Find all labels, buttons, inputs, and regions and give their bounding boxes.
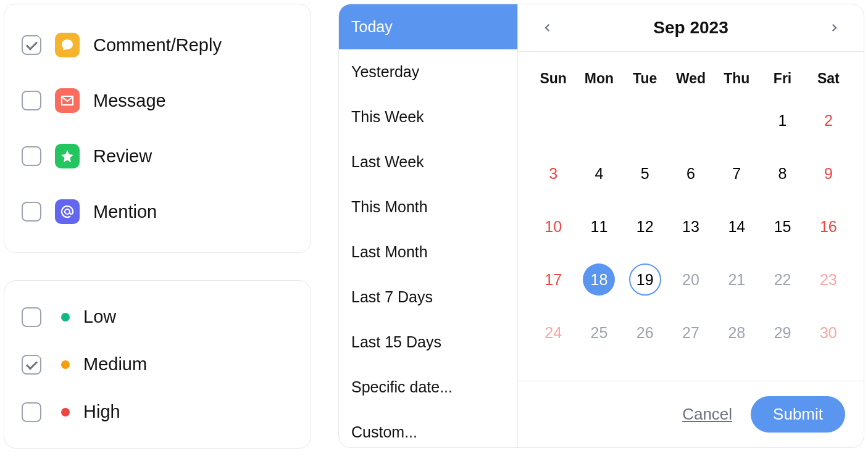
submit-button[interactable]: Submit	[751, 396, 845, 433]
calendar-day-cell[interactable]: 25	[576, 315, 622, 350]
filter-row-mention[interactable]: Mention	[22, 191, 293, 233]
date-preset-item[interactable]: Last 15 Days	[339, 320, 517, 365]
calendar-day-cell[interactable]: 10	[530, 209, 576, 244]
cancel-button[interactable]: Cancel	[682, 405, 732, 424]
calendar-day-cell[interactable]: 27	[668, 315, 714, 350]
filter-row-message[interactable]: Message	[22, 80, 293, 122]
calendar-day-cell	[714, 103, 759, 138]
calendar-day-cell	[576, 103, 622, 138]
calendar-day-cell[interactable]: 12	[622, 209, 668, 244]
date-preset-item[interactable]: Last Month	[339, 230, 517, 275]
calendar-day-cell[interactable]: 19	[622, 262, 668, 297]
filter-row-review[interactable]: Review	[22, 135, 293, 177]
calendar-day-cell[interactable]: 24	[530, 315, 576, 350]
calendar-dow-cell: Tue	[622, 70, 668, 87]
checkbox-message[interactable]	[22, 91, 41, 110]
date-preset-item[interactable]: Last Week	[339, 139, 517, 184]
calendar-day-cell[interactable]: 4	[576, 156, 622, 191]
calendar-dow-cell: Sat	[806, 70, 851, 87]
calendar-dow-cell: Thu	[714, 70, 759, 87]
calendar-day-cell[interactable]: 2	[806, 103, 851, 138]
calendar-day-cell[interactable]: 18	[576, 262, 622, 297]
filter-label-comment: Comment/Reply	[93, 35, 222, 56]
priority-row-medium[interactable]: Medium	[22, 348, 293, 381]
checkbox-comment[interactable]	[22, 35, 41, 55]
date-picker: TodayYesterdayThis WeekLast WeekThis Mon…	[338, 4, 864, 448]
date-preset-item[interactable]: This Week	[339, 94, 517, 139]
priority-dot-medium	[61, 360, 70, 369]
calendar-day-cell[interactable]: 29	[759, 315, 805, 350]
comment-icon	[55, 33, 80, 57]
priority-label-low: Low	[83, 307, 116, 327]
calendar-dow-cell: Wed	[668, 70, 714, 87]
calendar-day-cell[interactable]: 17	[530, 262, 576, 297]
calendar-panel: Sep 2023 SunMonTueWedThuFriSat 123456789…	[518, 4, 864, 447]
calendar-dow-cell: Fri	[759, 70, 805, 87]
date-preset-list: TodayYesterdayThis WeekLast WeekThis Mon…	[339, 4, 518, 447]
svg-point-0	[65, 209, 70, 214]
filter-label-mention: Mention	[93, 202, 157, 222]
checkbox-review[interactable]	[22, 146, 41, 166]
priority-row-high[interactable]: High	[22, 396, 293, 428]
calendar-day-cell[interactable]: 6	[668, 156, 714, 191]
filter-row-comment[interactable]: Comment/Reply	[22, 24, 293, 66]
priority-label-high: High	[83, 402, 120, 422]
calendar-day-cell[interactable]: 9	[806, 156, 851, 191]
prev-month-button[interactable]	[536, 17, 559, 39]
filter-label-review: Review	[93, 146, 152, 167]
calendar-dow-cell: Sun	[530, 70, 576, 87]
calendar-dow-row: SunMonTueWedThuFriSat	[530, 70, 851, 87]
calendar-day-cell[interactable]: 7	[714, 156, 759, 191]
calendar-day-cell[interactable]: 1	[759, 103, 805, 138]
calendar-day-cell[interactable]: 30	[806, 315, 851, 350]
calendar-day-cell[interactable]: 28	[714, 315, 759, 350]
calendar-day-cell	[530, 103, 576, 138]
calendar-day-cell[interactable]: 26	[622, 315, 668, 350]
calendar-actions: Cancel Submit	[518, 381, 864, 447]
calendar-day-cell[interactable]: 3	[530, 156, 576, 191]
calendar-day-cell[interactable]: 21	[714, 262, 759, 297]
calendar-day-cell[interactable]: 16	[806, 209, 851, 244]
priority-panel: Low Medium High	[4, 280, 311, 449]
calendar-header: Sep 2023	[518, 4, 864, 52]
calendar-day-cell[interactable]: 8	[759, 156, 805, 191]
date-preset-item[interactable]: This Month	[339, 184, 517, 230]
calendar-day-cell[interactable]: 13	[668, 209, 714, 244]
calendar-day-cell[interactable]: 11	[576, 209, 622, 244]
calendar-days-grid: 1234567891011121314151617181920212223242…	[530, 103, 851, 350]
checkbox-medium[interactable]	[22, 355, 41, 375]
priority-row-low[interactable]: Low	[22, 300, 293, 333]
date-preset-item[interactable]: Last 7 Days	[339, 275, 517, 320]
priority-dot-high	[61, 408, 70, 416]
next-month-button[interactable]	[823, 17, 845, 39]
envelope-icon	[55, 88, 80, 113]
calendar-day-cell[interactable]: 15	[759, 209, 805, 244]
calendar-day-cell[interactable]: 5	[622, 156, 668, 191]
checkbox-mention[interactable]	[22, 202, 41, 222]
calendar-day-cell	[668, 103, 714, 138]
at-icon	[55, 199, 80, 224]
calendar-month-label: Sep 2023	[653, 18, 728, 38]
checkbox-high[interactable]	[22, 402, 41, 422]
calendar-dow-cell: Mon	[576, 70, 622, 87]
date-preset-item[interactable]: Custom...	[339, 410, 517, 448]
calendar-day-cell[interactable]: 23	[806, 262, 851, 297]
calendar-day-cell	[622, 103, 668, 138]
priority-label-medium: Medium	[83, 354, 147, 375]
filter-label-message: Message	[93, 91, 166, 111]
date-preset-item[interactable]: Specific date...	[339, 365, 517, 410]
calendar-day-cell[interactable]: 14	[714, 209, 759, 244]
calendar-day-cell[interactable]: 22	[759, 262, 805, 297]
calendar-day-cell[interactable]: 20	[668, 262, 714, 297]
star-icon	[55, 144, 80, 168]
date-preset-item[interactable]: Today	[339, 4, 517, 49]
priority-dot-low	[61, 313, 70, 321]
date-preset-item[interactable]: Yesterday	[339, 49, 517, 94]
type-filters-panel: Comment/Reply Message Review Mention	[4, 4, 311, 253]
checkbox-low[interactable]	[22, 307, 41, 327]
